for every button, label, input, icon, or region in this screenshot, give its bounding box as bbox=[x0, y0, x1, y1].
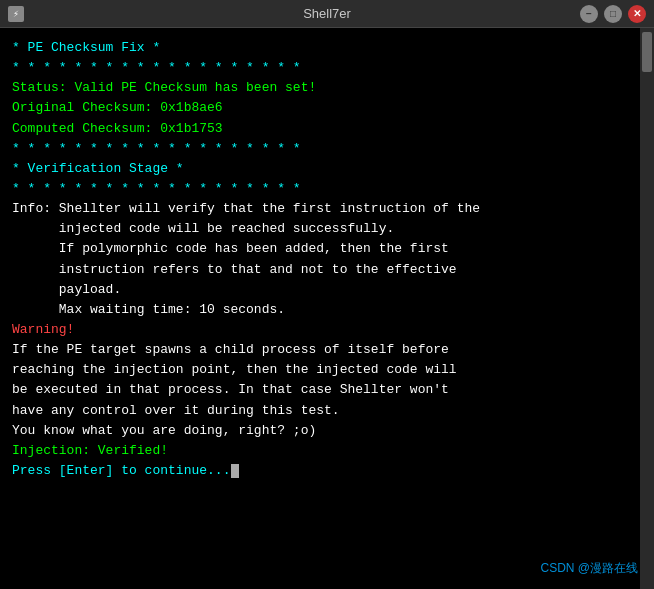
maximize-button[interactable]: □ bbox=[604, 5, 622, 23]
terminal-line: reaching the injection point, then the i… bbox=[12, 360, 628, 380]
terminal-line: Press [Enter] to continue... bbox=[12, 461, 628, 481]
terminal-line: Info: Shellter will verify that the firs… bbox=[12, 199, 628, 219]
terminal-line: have any control over it during this tes… bbox=[12, 401, 628, 421]
terminal-line: Status: Valid PE Checksum has been set! bbox=[12, 78, 628, 98]
terminal-line: Max waiting time: 10 seconds. bbox=[12, 300, 628, 320]
terminal-line: Warning! bbox=[12, 320, 628, 340]
terminal-line: Injection: Verified! bbox=[12, 441, 628, 461]
terminal-line: Original Checksum: 0x1b8ae6 bbox=[12, 98, 628, 118]
window-controls: − □ ✕ bbox=[580, 5, 646, 23]
close-button[interactable]: ✕ bbox=[628, 5, 646, 23]
terminal-line: * * * * * * * * * * * * * * * * * * * bbox=[12, 58, 628, 78]
title-bar: ⚡ Shell7er − □ ✕ bbox=[0, 0, 654, 28]
terminal-wrapper: * PE Checksum Fix ** * * * * * * * * * *… bbox=[0, 28, 654, 589]
scrollbar-thumb[interactable] bbox=[642, 32, 652, 72]
terminal-line: * PE Checksum Fix * bbox=[12, 38, 628, 58]
cursor bbox=[231, 464, 239, 478]
terminal-line: * Verification Stage * bbox=[12, 159, 628, 179]
window-title: Shell7er bbox=[303, 6, 351, 21]
watermark: CSDN @漫路在线 bbox=[540, 560, 638, 577]
terminal-line: You know what you are doing, right? ;o) bbox=[12, 421, 628, 441]
terminal-line: * * * * * * * * * * * * * * * * * * * bbox=[12, 179, 628, 199]
app-icon: ⚡ bbox=[8, 6, 24, 22]
terminal-line: * * * * * * * * * * * * * * * * * * * bbox=[12, 139, 628, 159]
terminal-line: If the PE target spawns a child process … bbox=[12, 340, 628, 360]
terminal-line: be executed in that process. In that cas… bbox=[12, 380, 628, 400]
title-bar-left: ⚡ bbox=[8, 6, 24, 22]
terminal-body[interactable]: * PE Checksum Fix ** * * * * * * * * * *… bbox=[0, 28, 640, 589]
terminal-line: payload. bbox=[12, 280, 628, 300]
terminal-line: Computed Checksum: 0x1b1753 bbox=[12, 119, 628, 139]
terminal-line: instruction refers to that and not to th… bbox=[12, 260, 628, 280]
terminal-line: injected code will be reached successful… bbox=[12, 219, 628, 239]
minimize-button[interactable]: − bbox=[580, 5, 598, 23]
scrollbar[interactable] bbox=[640, 28, 654, 589]
terminal-line: If polymorphic code has been added, then… bbox=[12, 239, 628, 259]
